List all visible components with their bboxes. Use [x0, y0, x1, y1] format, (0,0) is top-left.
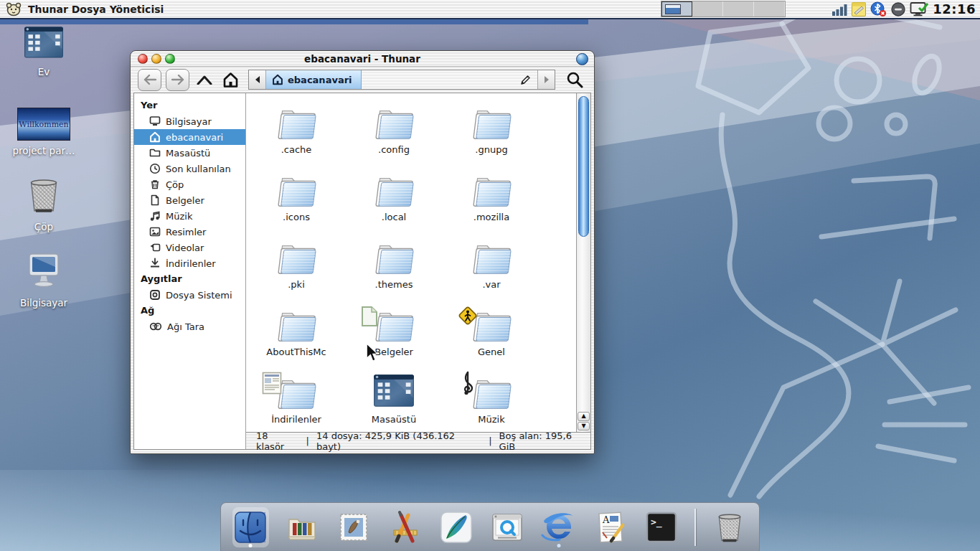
sidebar-item-label: ebacanavari: [166, 132, 223, 143]
toolbar: ebacanavari: [131, 67, 594, 93]
clock[interactable]: 12:16: [933, 1, 976, 17]
image-thumbnail-icon: Willkommen: [17, 108, 70, 141]
display-check-icon[interactable]: [910, 1, 928, 17]
desktop-icon-home[interactable]: Ev: [4, 26, 83, 77]
forward-button[interactable]: [166, 69, 189, 91]
path-empty-area[interactable]: [362, 70, 537, 89]
dock-item-trash[interactable]: [711, 507, 748, 547]
desktop-icon-project[interactable]: Willkommen project par…: [4, 108, 83, 156]
sidebar-item-masaustu[interactable]: Masaüstü: [134, 145, 245, 161]
path-scroll-right-button[interactable]: [537, 70, 555, 89]
search-button[interactable]: [562, 69, 587, 91]
sidebar-item-ebacanavari[interactable]: ebacanavari: [134, 129, 245, 145]
path-scroll-left-button[interactable]: [249, 70, 266, 89]
dock-item-finder[interactable]: [232, 507, 269, 547]
file-item[interactable]: .cache: [248, 98, 345, 155]
sidebar-item-videolar[interactable]: Videolar: [134, 240, 245, 255]
file-label: AboutThisMc: [248, 347, 345, 357]
desktop-icon-computer[interactable]: Bilgisayar: [4, 253, 83, 309]
workspace-2[interactable]: [692, 1, 723, 17]
status-separator: |: [306, 435, 309, 446]
file-item[interactable]: Genel: [443, 300, 540, 357]
window-content: Yer Bilgisayar ebacanavari Ma: [133, 93, 591, 450]
sidebar-item-agi-tara[interactable]: Ağı Tara: [134, 319, 245, 334]
sidebar-item-bilgisayar[interactable]: Bilgisayar: [134, 113, 245, 129]
forward-arrow-icon: [171, 75, 184, 85]
scroll-down-button[interactable]: ▼: [578, 422, 590, 431]
home-icon: [272, 74, 283, 85]
desktop-icon-label: project par…: [4, 145, 83, 156]
library-folder-icon: [286, 511, 319, 544]
notes-icon[interactable]: [851, 1, 867, 17]
file-item[interactable]: Masaüstü: [345, 367, 443, 425]
dock-item-ie[interactable]: [541, 507, 578, 547]
music-folder-icon: [469, 375, 514, 413]
path-crumb-home[interactable]: ebacanavari: [266, 70, 362, 89]
dock-item-library[interactable]: [284, 507, 321, 547]
sidebar-item-cop[interactable]: Çöp: [134, 176, 245, 192]
sidebar-header-devices: Aygıtlar: [134, 271, 245, 287]
mouse-cursor: [364, 344, 380, 362]
signal-bars-icon[interactable]: [831, 2, 847, 17]
mail-stamp-icon: [337, 511, 370, 544]
scrollbar-thumb[interactable]: [578, 96, 589, 237]
workspace-1[interactable]: [661, 1, 692, 17]
running-indicator: [557, 544, 560, 547]
vertical-scrollbar[interactable]: ▲ ▼: [576, 93, 590, 432]
file-item[interactable]: .local: [345, 165, 443, 222]
up-button[interactable]: [194, 69, 215, 91]
file-label: .mozilla: [443, 212, 540, 222]
file-item[interactable]: .var: [443, 232, 540, 290]
sidebar-item-dosya-sistemi[interactable]: Dosya Sistemi: [134, 287, 245, 303]
scroll-up-button[interactable]: ▲: [578, 412, 590, 421]
file-label: .local: [345, 212, 443, 222]
sidebar-item-son-kullanilan[interactable]: Son kullanılan: [134, 161, 245, 176]
workspace-switcher[interactable]: [661, 1, 786, 17]
sidebar-item-label: Çöp: [166, 179, 184, 190]
file-item[interactable]: AboutThisMc: [248, 300, 345, 357]
file-item[interactable]: .gnupg: [443, 98, 540, 155]
status-circle-icon[interactable]: [890, 1, 906, 17]
file-item[interactable]: .config: [345, 98, 443, 155]
desktop-icon-trash[interactable]: Çöp: [4, 176, 83, 232]
page-emblem-icon: [262, 372, 282, 395]
dock-item-textedit[interactable]: A: [592, 507, 628, 547]
folder-icon: [274, 172, 319, 211]
dock-item-terminal[interactable]: >_: [644, 507, 680, 547]
file-item[interactable]: .icons: [248, 165, 345, 222]
titlebar[interactable]: ebacanavari - Thunar: [131, 51, 594, 67]
dock-item-quicktime[interactable]: [489, 507, 526, 547]
file-label: Masaüstü: [345, 414, 443, 425]
dock-item-devtools[interactable]: [387, 507, 423, 547]
dock-item-mail[interactable]: [335, 507, 372, 547]
pencil-icon[interactable]: [519, 74, 532, 86]
svg-text:A: A: [602, 514, 610, 525]
video-icon: [149, 242, 161, 253]
sidebar-item-resimler[interactable]: Resimler: [134, 224, 245, 240]
sidebar-item-indirilenler[interactable]: İndirilenler: [134, 255, 245, 271]
home-button[interactable]: [220, 69, 241, 91]
sidebar-item-muzik[interactable]: Müzik: [134, 208, 245, 224]
dock-item-feather[interactable]: [438, 507, 474, 547]
textedit-icon: A: [594, 511, 627, 544]
sidebar-item-belgeler[interactable]: Belgeler: [134, 192, 245, 208]
shade-button[interactable]: [576, 53, 588, 65]
workspace-4[interactable]: [754, 1, 785, 17]
svg-text:>_: >_: [651, 517, 662, 528]
search-icon: [566, 71, 583, 88]
file-label: .config: [345, 144, 443, 155]
file-item[interactable]: İndirilenler: [248, 367, 345, 425]
file-label: .themes: [345, 279, 443, 290]
file-item[interactable]: Belgeler: [345, 300, 443, 357]
file-item[interactable]: .themes: [345, 232, 443, 290]
file-item[interactable]: Müzik: [443, 367, 540, 425]
file-item[interactable]: .mozilla: [443, 165, 540, 222]
file-item[interactable]: .pki: [248, 232, 345, 290]
back-button[interactable]: [138, 69, 161, 91]
bluetooth-icon[interactable]: [870, 1, 887, 17]
file-label: Belgeler: [345, 347, 443, 357]
status-free-space: Boş alan: 195,6 GiB: [499, 430, 590, 452]
thumbnail-text: Willkommen: [19, 120, 68, 129]
workspace-3[interactable]: [723, 1, 754, 17]
back-arrow-icon: [143, 75, 156, 85]
